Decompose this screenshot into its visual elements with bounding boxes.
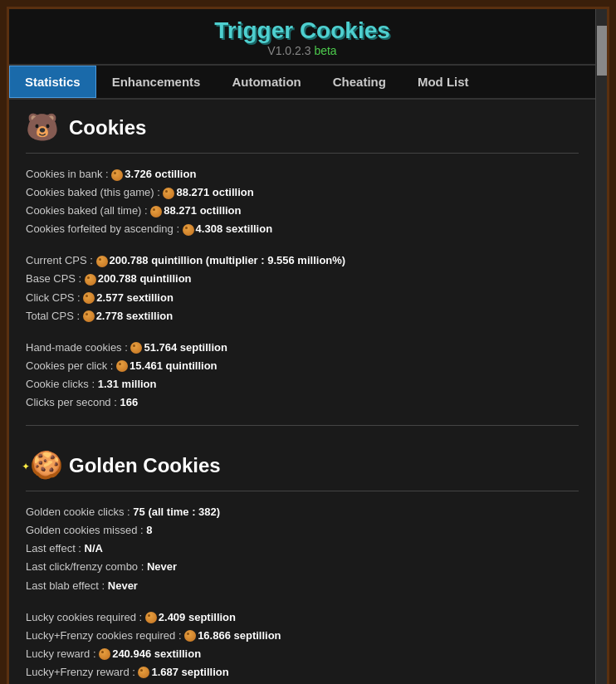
cookie-icon-2 xyxy=(163,188,174,199)
nav-enhancements[interactable]: Enhancements xyxy=(96,66,217,98)
stat-handmade: Hand-made cookies : 51.764 septillion xyxy=(26,339,579,357)
stat-total-cps: Total CPS : 2.778 sextillion xyxy=(26,307,579,325)
stat-cookies-baked-game: Cookies baked (this game) : 88.271 octil… xyxy=(26,183,579,202)
content-area: 🐻 Cookies Cookies in bank : 3.726 octill… xyxy=(9,100,595,684)
cookie-icon-3 xyxy=(150,206,162,217)
cookie-icon-7 xyxy=(83,292,95,304)
section-divider xyxy=(26,425,579,426)
cookies-cps-group: Current CPS : 200.788 quintillion (multi… xyxy=(26,252,579,325)
nav-automation[interactable]: Automation xyxy=(216,66,316,98)
sparkle-icon: ✦ xyxy=(22,457,30,474)
stat-click-cps: Click CPS : 2.577 sextillion xyxy=(26,289,579,307)
cookies-click-group: Hand-made cookies : 51.764 septillion Co… xyxy=(26,339,579,412)
stat-base-cps: Base CPS : 200.788 quintillion xyxy=(26,270,579,288)
cookies-section-title: Cookies xyxy=(69,116,146,139)
nav-bar: Statistics Enhancements Automation Cheat… xyxy=(9,66,595,100)
cookies-bank-group: Cookies in bank : 3.726 octillion Cookie… xyxy=(26,165,579,238)
golden-lucky-group: Lucky cookies required : 2.409 septillio… xyxy=(26,608,579,682)
scrollbar[interactable] xyxy=(595,9,607,684)
cookie-icon-11 xyxy=(145,612,157,623)
golden-basic-group: Golden cookie clicks : 75 (all time : 38… xyxy=(26,503,579,594)
app-version: V1.0.2.3 beta xyxy=(9,44,595,57)
stat-cookies-baked-all: Cookies baked (all time) : 88.271 octill… xyxy=(26,202,579,220)
golden-section-title: Golden Cookies xyxy=(69,454,221,477)
cookie-icon-10 xyxy=(116,360,128,372)
stat-golden-missed: Golden cookies missed : 8 xyxy=(26,521,579,540)
cookie-icon-9 xyxy=(130,342,142,354)
stat-lucky-frenzy-required: Lucky+Frenzy cookies required : 16.866 s… xyxy=(26,627,579,645)
cookie-icon-4 xyxy=(183,224,194,236)
cookie-icon-8 xyxy=(83,310,95,322)
main-window: Trigger Cookies V1.0.2.3 beta Statistics… xyxy=(7,7,609,684)
app-title: Trigger Cookies xyxy=(9,17,595,44)
stat-clicks-per-sec: Clicks per second : 166 xyxy=(26,393,579,412)
version-number: V1.0.2.3 xyxy=(267,44,310,57)
stat-golden-clicks: Golden cookie clicks : 75 (all time : 38… xyxy=(26,503,579,521)
cookies-icon: 🐻 xyxy=(26,111,59,144)
stat-cookies-in-bank: Cookies in bank : 3.726 octillion xyxy=(26,165,579,183)
stat-lucky-reward: Lucky reward : 240.946 sextillion xyxy=(26,645,579,663)
header: Trigger Cookies V1.0.2.3 beta xyxy=(9,9,595,66)
nav-statistics[interactable]: Statistics xyxy=(9,66,96,98)
stat-lucky-frenzy-reward: Lucky+Frenzy reward : 1.687 septillion xyxy=(26,663,579,682)
cookie-icon-6 xyxy=(85,274,96,286)
golden-section-header: ✦🍪 Golden Cookies xyxy=(26,437,579,491)
cookie-icon-1 xyxy=(111,169,123,181)
scrollbar-thumb[interactable] xyxy=(597,26,607,76)
cookie-icon-5 xyxy=(96,256,108,267)
stat-cookie-clicks: Cookie clicks : 1.31 million xyxy=(26,375,579,393)
cookie-icon-14 xyxy=(138,667,149,678)
stat-lucky-required: Lucky cookies required : 2.409 septillio… xyxy=(26,608,579,627)
stat-last-blab-effect: Last blab effect : Never xyxy=(26,577,579,595)
cookie-icon-13 xyxy=(99,648,110,660)
nav-cheating[interactable]: Cheating xyxy=(317,66,402,98)
stat-cookies-forfeited: Cookies forfeited by ascending : 4.308 s… xyxy=(26,220,579,238)
version-beta: beta xyxy=(314,44,336,57)
golden-cookies-icon-wrapper: ✦🍪 xyxy=(26,449,59,482)
cookies-section-header: 🐻 Cookies xyxy=(26,100,579,154)
stat-last-effect: Last effect : N/A xyxy=(26,540,579,558)
cookie-icon-12 xyxy=(184,630,196,642)
stat-current-cps: Current CPS : 200.788 quintillion (multi… xyxy=(26,252,579,270)
nav-modlist[interactable]: Mod List xyxy=(402,66,485,98)
stat-last-frenzy-combo: Last click/frenzy combo : Never xyxy=(26,558,579,576)
stat-per-click: Cookies per click : 15.461 quintillion xyxy=(26,357,579,375)
